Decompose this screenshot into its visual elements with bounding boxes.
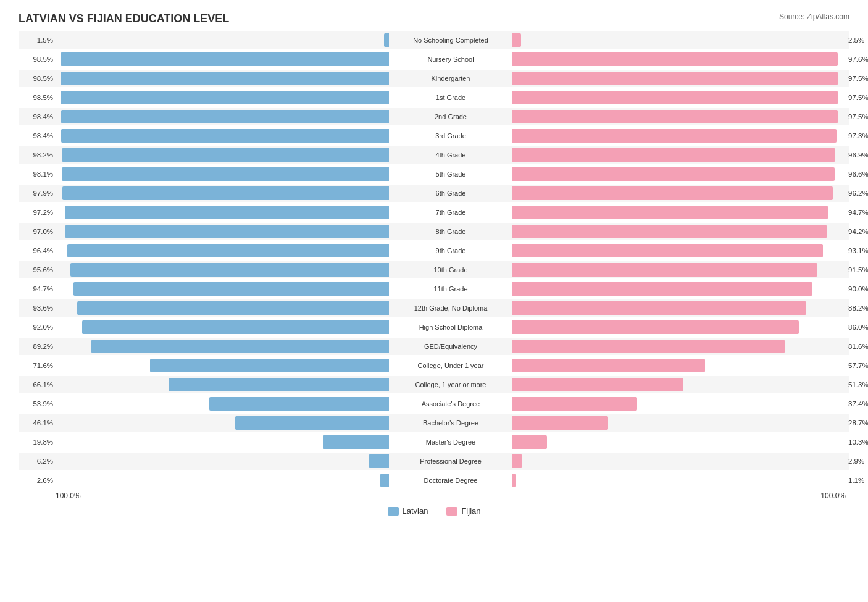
right-bar-container	[512, 397, 846, 411]
right-bar-container	[512, 340, 846, 353]
left-bar-container	[56, 474, 389, 487]
left-bar	[91, 340, 389, 353]
category-label: GED/Equivalency	[389, 343, 512, 350]
category-label: 4th Grade	[389, 151, 512, 159]
right-bar-container	[512, 416, 846, 430]
left-bar	[235, 416, 389, 430]
left-bar	[82, 320, 389, 334]
left-bar	[369, 454, 389, 468]
left-value: 6.2%	[19, 458, 56, 465]
category-label: Bachelor's Degree	[389, 419, 512, 427]
left-value: 94.7%	[19, 285, 56, 293]
left-bar	[150, 359, 389, 372]
right-bar-container	[512, 359, 846, 372]
left-bar	[61, 110, 389, 123]
right-bar	[512, 167, 835, 181]
right-value: 57.7%	[846, 362, 868, 369]
right-bar	[512, 378, 683, 391]
bar-row: 46.1% Bachelor's Degree 28.7%	[19, 414, 849, 432]
right-bar-container	[512, 52, 846, 66]
bar-row: 94.7% 11th Grade 90.0%	[19, 280, 849, 298]
legend: Latvian Fijian	[19, 506, 849, 516]
left-value: 71.6%	[19, 362, 56, 369]
right-bar-container	[512, 435, 846, 449]
right-bar	[512, 340, 785, 353]
legend-fijian-label: Fijian	[461, 506, 480, 516]
bar-row: 92.0% High School Diploma 86.0%	[19, 319, 849, 336]
bar-row: 97.2% 7th Grade 94.7%	[19, 204, 849, 221]
right-bar-container	[512, 167, 846, 181]
right-bar	[512, 148, 835, 162]
right-bar	[512, 110, 838, 123]
left-value: 97.2%	[19, 209, 56, 216]
right-bar-container	[512, 148, 846, 162]
right-value: 51.3%	[846, 381, 868, 388]
left-bar	[62, 186, 389, 200]
left-bar-container	[56, 301, 389, 315]
left-bar	[73, 282, 389, 296]
left-value: 2.6%	[19, 477, 56, 484]
right-bar-container	[512, 301, 846, 315]
bar-row: 6.2% Professional Degree 2.9%	[19, 453, 849, 470]
category-label: 6th Grade	[389, 190, 512, 197]
left-bar-container	[56, 33, 389, 47]
right-bar	[512, 91, 838, 104]
category-label: Kindergarten	[389, 75, 512, 82]
left-bar	[169, 378, 389, 391]
bar-row: 97.0% 8th Grade 94.2%	[19, 223, 849, 240]
right-value: 96.2%	[846, 190, 868, 197]
right-value: 96.6%	[846, 170, 868, 178]
right-value: 28.7%	[846, 419, 868, 427]
left-value: 66.1%	[19, 381, 56, 388]
right-bar	[512, 454, 522, 468]
right-bar-container	[512, 129, 846, 143]
right-bar	[512, 474, 516, 487]
category-label: 3rd Grade	[389, 132, 512, 140]
left-bar	[384, 33, 389, 47]
category-label: College, Under 1 year	[389, 362, 512, 369]
bar-row: 95.6% 10th Grade 91.5%	[19, 261, 849, 278]
category-label: 12th Grade, No Diploma	[389, 304, 512, 312]
right-bar	[512, 301, 806, 315]
bar-row: 1.5% No Schooling Completed 2.5%	[19, 31, 849, 49]
left-value: 46.1%	[19, 419, 56, 427]
right-value: 91.5%	[846, 266, 868, 274]
left-value: 95.6%	[19, 266, 56, 274]
left-value: 97.0%	[19, 228, 56, 235]
bar-row: 71.6% College, Under 1 year 57.7%	[19, 357, 849, 374]
right-value: 81.6%	[846, 343, 868, 350]
bar-row: 2.6% Doctorate Degree 1.1%	[19, 472, 849, 489]
left-value: 89.2%	[19, 343, 56, 350]
left-value: 19.8%	[19, 438, 56, 446]
left-bar-container	[56, 320, 389, 334]
bar-row: 98.5% Kindergarten 97.5%	[19, 70, 849, 87]
legend-fijian: Fijian	[446, 506, 480, 516]
right-bar-container	[512, 474, 846, 487]
left-bar-container	[56, 435, 389, 449]
category-label: No Schooling Completed	[389, 36, 512, 44]
left-bar	[61, 52, 389, 66]
right-bar	[512, 52, 838, 66]
left-bar-container	[56, 167, 389, 181]
right-value: 97.5%	[846, 94, 868, 101]
right-bar	[512, 263, 817, 277]
right-bar-container	[512, 282, 846, 296]
left-bar	[62, 167, 389, 181]
left-bar-container	[56, 378, 389, 391]
right-value: 88.2%	[846, 304, 868, 312]
left-value: 98.1%	[19, 170, 56, 178]
left-bar	[65, 225, 389, 238]
bar-row: 53.9% Associate's Degree 37.4%	[19, 395, 849, 412]
right-value: 97.5%	[846, 75, 868, 82]
right-value: 1.1%	[846, 477, 868, 484]
right-value: 94.7%	[846, 209, 868, 216]
category-label: Master's Degree	[389, 438, 512, 446]
right-bar	[512, 435, 547, 449]
left-bar-container	[56, 52, 389, 66]
left-bar-container	[56, 186, 389, 200]
bar-row: 98.5% Nursery School 97.6%	[19, 51, 849, 68]
right-value: 2.9%	[846, 458, 868, 465]
source-label: Source: ZipAtlas.com	[779, 12, 849, 21]
right-bar	[512, 282, 812, 296]
right-bar	[512, 244, 823, 257]
